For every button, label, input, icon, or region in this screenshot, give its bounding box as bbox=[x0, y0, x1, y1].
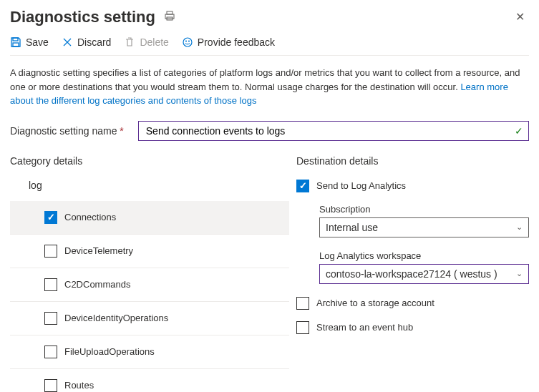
log-item-deviceidentityoperations[interactable]: DeviceIdentityOperations bbox=[10, 302, 289, 335]
discard-icon bbox=[62, 36, 73, 48]
delete-label: Delete bbox=[140, 36, 168, 48]
workspace-label: Log Analytics workspace bbox=[319, 250, 529, 261]
validation-check-icon: ✓ bbox=[515, 125, 523, 137]
feedback-label: Provide feedback bbox=[198, 36, 275, 48]
delete-icon bbox=[124, 36, 135, 48]
checkbox-archive[interactable] bbox=[296, 297, 309, 310]
checkbox-connections[interactable] bbox=[44, 211, 57, 224]
destination-section-title: Destination details bbox=[296, 155, 529, 167]
log-item-devicetelemetry[interactable]: DeviceTelemetry bbox=[10, 235, 289, 268]
svg-point-5 bbox=[183, 38, 192, 46]
svg-point-7 bbox=[188, 41, 189, 41]
feedback-icon bbox=[182, 36, 193, 48]
log-item-label: DeviceTelemetry bbox=[64, 245, 133, 256]
log-item-routes[interactable]: Routes bbox=[10, 369, 289, 393]
svg-rect-0 bbox=[167, 11, 173, 14]
discard-button[interactable]: Discard bbox=[62, 36, 111, 48]
page-title: Diagnostics setting bbox=[10, 8, 155, 26]
checkbox-stream[interactable] bbox=[296, 321, 309, 334]
description-text: A diagnostic setting specifies a list of… bbox=[10, 67, 520, 92]
save-icon bbox=[10, 36, 21, 48]
checkbox-deviceidentityoperations[interactable] bbox=[44, 312, 57, 325]
log-group-label: log bbox=[29, 180, 289, 191]
log-item-connections[interactable]: Connections bbox=[10, 201, 289, 235]
toolbar: Save Discard Delete Provide feedback bbox=[10, 36, 529, 56]
subscription-label: Subscription bbox=[319, 204, 529, 215]
checkbox-c2dcommands[interactable] bbox=[44, 278, 57, 291]
discard-label: Discard bbox=[77, 36, 111, 48]
chevron-down-icon: ⌄ bbox=[516, 222, 523, 232]
checkbox-send-la[interactable] bbox=[296, 180, 309, 192]
log-item-fileuploadoperations[interactable]: FileUploadOperations bbox=[10, 335, 289, 369]
svg-point-6 bbox=[185, 41, 186, 41]
dest-label: Archive to a storage account bbox=[316, 298, 434, 308]
dest-stream-eventhub[interactable]: Stream to an event hub bbox=[296, 321, 529, 334]
dest-archive-storage[interactable]: Archive to a storage account bbox=[296, 297, 529, 310]
chevron-down-icon: ⌄ bbox=[516, 269, 523, 278]
log-item-label: FileUploadOperations bbox=[64, 346, 155, 357]
name-field-label: Diagnostic setting name * bbox=[10, 125, 124, 137]
log-item-c2dcommands[interactable]: C2DCommands bbox=[10, 268, 289, 302]
svg-rect-4 bbox=[13, 43, 19, 46]
subscription-select[interactable]: Internal use ⌄ bbox=[319, 217, 529, 237]
destination-details-column: Destination details Send to Log Analytic… bbox=[296, 155, 529, 393]
delete-button: Delete bbox=[124, 36, 168, 48]
log-item-label: Routes bbox=[64, 380, 94, 391]
dest-label: Send to Log Analytics bbox=[316, 180, 406, 191]
dest-label: Stream to an event hub bbox=[316, 322, 413, 333]
close-icon[interactable]: ✕ bbox=[511, 7, 529, 26]
log-item-label: Connections bbox=[64, 212, 116, 222]
log-item-label: C2DCommands bbox=[64, 279, 130, 290]
save-button[interactable]: Save bbox=[10, 36, 49, 48]
checkbox-fileuploadoperations[interactable] bbox=[44, 346, 57, 358]
checkbox-routes[interactable] bbox=[44, 379, 57, 392]
save-label: Save bbox=[26, 36, 49, 48]
diagnostic-name-input[interactable] bbox=[138, 121, 529, 141]
workspace-value: contoso-la-workspace27124 ( westus ) bbox=[326, 268, 497, 280]
description: A diagnostic setting specifies a list of… bbox=[10, 66, 529, 108]
checkbox-devicetelemetry[interactable] bbox=[44, 245, 57, 258]
dest-send-to-log-analytics[interactable]: Send to Log Analytics bbox=[296, 180, 529, 192]
feedback-button[interactable]: Provide feedback bbox=[182, 36, 275, 48]
subscription-value: Internal use bbox=[326, 222, 378, 233]
log-item-label: DeviceIdentityOperations bbox=[64, 313, 168, 323]
category-details-column: Category details log Connections DeviceT… bbox=[10, 155, 289, 393]
header: Diagnostics setting ✕ bbox=[10, 7, 529, 26]
print-icon[interactable] bbox=[164, 10, 175, 24]
category-section-title: Category details bbox=[10, 155, 289, 167]
svg-rect-3 bbox=[13, 38, 18, 41]
workspace-select[interactable]: contoso-la-workspace27124 ( westus ) ⌄ bbox=[319, 264, 529, 284]
